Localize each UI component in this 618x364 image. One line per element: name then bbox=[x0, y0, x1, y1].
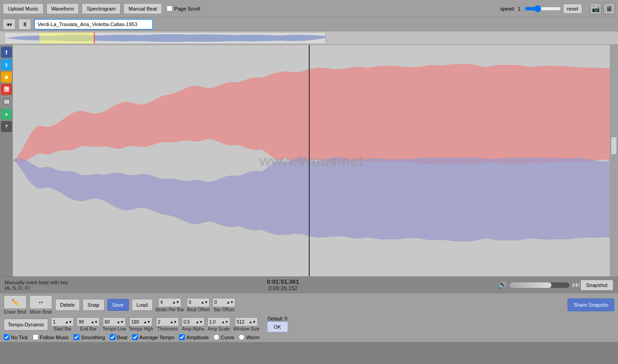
page-scroll-area: Page Scroll bbox=[167, 6, 200, 11]
amp-alpha-input[interactable]: 0.5 ▲▼ bbox=[182, 317, 205, 326]
bar-offset-input[interactable]: 0 ▲▼ bbox=[212, 298, 235, 307]
amp-scale-input[interactable]: 1.0 ▲▼ bbox=[207, 317, 230, 326]
thickness-group: 2 ▲▼ Thickness bbox=[156, 317, 179, 331]
speed-slider[interactable] bbox=[524, 5, 561, 12]
waveform-svg bbox=[13, 45, 610, 276]
help-icon[interactable]: ? bbox=[1, 121, 12, 132]
tempo-high-label: Tempo High bbox=[129, 326, 153, 331]
end-bar-group: 99 ▲▼ End Bar bbox=[77, 317, 100, 331]
beat-checkbox-item[interactable]: Beat bbox=[110, 334, 128, 340]
amplitude-label: Amplitude bbox=[186, 335, 209, 340]
end-bar-label: End Bar bbox=[80, 326, 96, 331]
pause-button[interactable]: ⏸ bbox=[18, 19, 31, 30]
end-bar-input[interactable]: 99 ▲▼ bbox=[77, 317, 100, 326]
thickness-input[interactable]: 2 ▲▼ bbox=[156, 317, 179, 326]
curve-radio-item[interactable]: Curve bbox=[213, 334, 234, 340]
star-icon[interactable]: ★ bbox=[1, 72, 12, 83]
mail-icon[interactable]: ✉ bbox=[1, 96, 12, 107]
star-label: ★ bbox=[4, 74, 9, 81]
no-tick-checkbox-item[interactable]: No Tick bbox=[4, 334, 28, 340]
spectrogram-button[interactable]: Spectrogram bbox=[82, 3, 121, 14]
ok-button[interactable]: OK bbox=[267, 321, 288, 332]
average-tempo-checkbox-item[interactable]: Average Tempo bbox=[132, 334, 175, 340]
smoothing-checkbox-item[interactable]: Smoothing bbox=[73, 334, 105, 340]
snapshot-btn-area: Snapshot bbox=[580, 280, 613, 291]
beats-per-bar-group: 4 ▲▼ Beats Per Bar bbox=[156, 298, 184, 312]
facebook-icon[interactable]: f bbox=[1, 47, 12, 58]
thickness-label: Thickness bbox=[157, 326, 178, 331]
status-bar: Manually mark beat with key (A, S, D, F)… bbox=[0, 276, 618, 293]
start-bar-input[interactable]: 1 ▲▼ bbox=[51, 317, 74, 326]
waveform-button[interactable]: Waveform bbox=[46, 3, 79, 14]
window-size-input[interactable]: 512 ▲▼ bbox=[235, 317, 258, 326]
page-scroll-label: Page Scroll bbox=[174, 6, 200, 11]
load-button[interactable]: Load bbox=[132, 299, 153, 311]
move-beat-label: Move Beat bbox=[30, 309, 52, 314]
current-time: 0:01:51.361 bbox=[68, 278, 498, 285]
window-size-group: 512 ▲▼ Window Size bbox=[233, 317, 260, 331]
snapshot-icon-button[interactable]: 📷 bbox=[590, 3, 601, 15]
volume-icon: 🔊 bbox=[498, 281, 507, 289]
volume-slider-track[interactable] bbox=[510, 282, 569, 288]
weibo-icon[interactable]: 微 bbox=[1, 84, 12, 95]
pause-icon: ⏸ bbox=[22, 21, 28, 28]
amp-scale-group: 1.0 ▲▼ Amp Scale bbox=[207, 317, 230, 331]
tempo-low-input[interactable]: 60 ▲▼ bbox=[103, 317, 126, 326]
start-bar-group: 1 ▲▼ Start Bar bbox=[51, 317, 74, 331]
average-tempo-label: Average Tempo bbox=[139, 335, 175, 340]
filename-input[interactable] bbox=[34, 19, 153, 30]
default-group: Default: 0 OK bbox=[267, 316, 288, 332]
time-display: 0:01:51.361 0:09:26.152 bbox=[68, 278, 498, 292]
move-beat-button[interactable]: ↔️ bbox=[29, 295, 52, 309]
help-label: ? bbox=[5, 124, 8, 129]
waveform-area[interactable]: www.Vmus.net bbox=[13, 45, 610, 276]
reset-button[interactable]: reset bbox=[563, 4, 582, 14]
beats-per-bar-input[interactable]: 4 ▲▼ bbox=[158, 298, 181, 307]
social-sidebar: f t ★ 微 ✉ + ? bbox=[0, 45, 13, 276]
plus-icon[interactable]: + bbox=[1, 109, 12, 120]
window-size-label: Window Size bbox=[233, 326, 260, 331]
tempo-high-input[interactable]: 180 ▲▼ bbox=[129, 317, 152, 326]
beat-keys: (A, S, D, F) bbox=[5, 285, 68, 291]
settings-icon-button[interactable]: 🖥 bbox=[603, 3, 615, 15]
curve-radio[interactable] bbox=[213, 334, 219, 340]
right-scrollbar bbox=[610, 45, 618, 276]
amplitude-checkbox[interactable] bbox=[179, 334, 185, 340]
twitter-icon[interactable]: t bbox=[1, 59, 12, 70]
beat-checkbox[interactable] bbox=[110, 334, 116, 340]
manual-beat-button[interactable]: Manual Beat bbox=[123, 3, 162, 14]
upload-music-button[interactable]: Upload Music bbox=[3, 3, 44, 14]
bar-offset-label: Bar Offset bbox=[214, 307, 234, 312]
delete-button[interactable]: Delete bbox=[55, 299, 80, 311]
amplitude-checkbox-item[interactable]: Amplitude bbox=[179, 334, 209, 340]
follow-music-label: Follow Music bbox=[40, 335, 69, 340]
tempo-high-group: 180 ▲▼ Tempo High bbox=[129, 317, 153, 331]
erase-beat-group: ✏️ Erase Beat bbox=[4, 295, 27, 314]
tempo-dynamic-button[interactable]: Tempo-Dynamic bbox=[4, 319, 48, 331]
average-tempo-checkbox[interactable] bbox=[132, 334, 138, 340]
share-snapshot-button[interactable]: Share Snapsho bbox=[568, 298, 614, 311]
mini-waveform[interactable] bbox=[5, 32, 326, 44]
rewind-button[interactable]: ⏮ bbox=[3, 19, 16, 30]
bottom-checkboxes: No Tick Follow Music Smoothing Beat Aver… bbox=[4, 334, 614, 340]
save-button[interactable]: Save bbox=[107, 299, 129, 311]
beat-offset-input[interactable]: 0 ▲▼ bbox=[187, 298, 210, 307]
scrollbar-thumb[interactable] bbox=[611, 137, 617, 155]
skip-forward-icon[interactable]: ⏭ bbox=[572, 280, 580, 290]
snapshot-button[interactable]: Snapshot bbox=[580, 280, 613, 291]
smoothing-checkbox[interactable] bbox=[73, 334, 79, 340]
start-bar-label: Start Bar bbox=[54, 326, 72, 331]
no-tick-checkbox[interactable] bbox=[4, 334, 10, 340]
page-scroll-checkbox[interactable] bbox=[167, 6, 173, 11]
worm-radio-item[interactable]: Worm bbox=[239, 334, 259, 340]
erase-beat-button[interactable]: ✏️ bbox=[4, 295, 27, 309]
tempo-low-label: Tempo Low bbox=[102, 326, 126, 331]
follow-music-checkbox-item[interactable]: Follow Music bbox=[33, 334, 69, 340]
snap-button[interactable]: Snap bbox=[83, 299, 105, 311]
worm-radio[interactable] bbox=[239, 334, 245, 340]
svg-rect-1 bbox=[39, 33, 95, 44]
beat-offset-group: 0 ▲▼ Beat Offset bbox=[187, 298, 210, 312]
overview-bar bbox=[0, 31, 618, 45]
follow-music-checkbox[interactable] bbox=[33, 334, 39, 340]
top-right-icons: 📷 🖥 bbox=[590, 3, 615, 15]
